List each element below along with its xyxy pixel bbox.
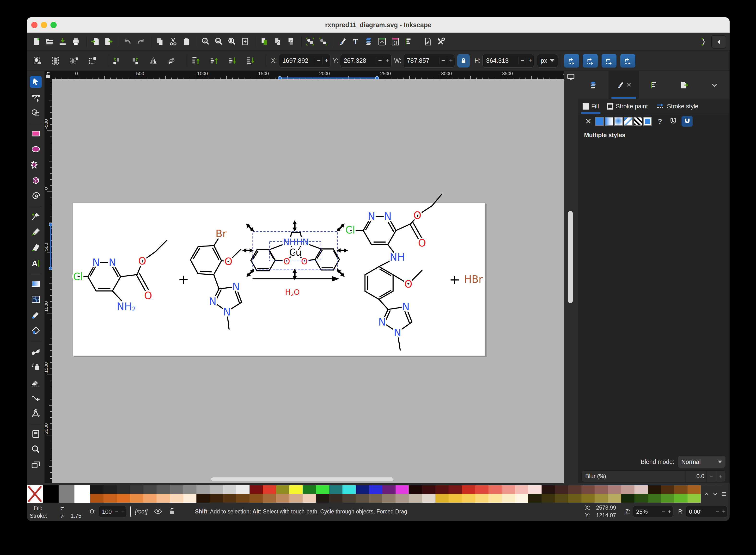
palette-swatch[interactable] xyxy=(674,485,687,494)
palette-swatch[interactable] xyxy=(621,485,634,494)
object-properties-button[interactable]: {} xyxy=(390,36,401,47)
x-spinbox[interactable]: 1697.892−+ xyxy=(279,54,330,68)
align-distribute-button[interactable] xyxy=(403,36,414,47)
paint-no-paint-button[interactable]: ✕ xyxy=(584,117,593,126)
object-opacity-spinbox[interactable]: 100 − + xyxy=(99,506,126,518)
group-objects-button[interactable] xyxy=(305,36,316,47)
palette-swatch[interactable] xyxy=(276,494,290,503)
tool-eraser[interactable] xyxy=(30,376,42,388)
palette-swatch[interactable] xyxy=(634,494,648,503)
value[interactable]: 364.313 xyxy=(483,57,519,65)
dock-tab-layers[interactable] xyxy=(578,71,609,99)
palette-scroll-down-button[interactable] xyxy=(712,491,718,497)
undo-button[interactable] xyxy=(122,36,133,47)
palette-swatch[interactable] xyxy=(409,485,422,494)
palette-swatch[interactable] xyxy=(515,494,528,503)
vertical-ruler[interactable]: -5000500100015002000 xyxy=(45,79,52,483)
vertical-scrollbar[interactable] xyxy=(568,211,573,303)
preferences-button[interactable] xyxy=(435,36,446,47)
minus-button[interactable]: − xyxy=(376,57,384,65)
palette-swatch[interactable] xyxy=(90,494,103,503)
plus-button[interactable]: + xyxy=(526,57,534,65)
blur-slider[interactable]: Blur (%) 0.0 − + xyxy=(582,470,726,482)
tool-windows[interactable] xyxy=(30,459,42,471)
reaction-diagram[interactable]: ClNNOONH2+BrONNNNHHNCuOOClNNOONHONNN+HBr… xyxy=(70,178,550,381)
w-spinbox[interactable]: 787.857−+ xyxy=(403,54,455,68)
title-bar[interactable]: rxnpred11_diagram.svg - Inkscape xyxy=(27,17,729,33)
palette-swatch[interactable] xyxy=(103,494,117,503)
object-opacity-value[interactable]: 100 xyxy=(99,508,114,515)
palette-swatch[interactable] xyxy=(661,494,674,503)
zoom-selection-button[interactable] xyxy=(213,36,224,47)
palette-swatch[interactable] xyxy=(581,494,594,503)
select-all-button[interactable] xyxy=(32,55,44,67)
palette-swatch[interactable] xyxy=(223,494,236,503)
palette-swatch[interactable] xyxy=(43,485,58,503)
scale-gradients-toggle[interactable] xyxy=(602,54,617,68)
palette-swatch[interactable] xyxy=(528,485,541,494)
palette-swatch[interactable] xyxy=(462,494,475,503)
cut-button[interactable] xyxy=(168,36,179,47)
copy-button[interactable] xyxy=(154,36,166,47)
palette-swatch[interactable] xyxy=(594,485,608,494)
duplicate-button[interactable] xyxy=(259,36,270,47)
palette-swatch[interactable] xyxy=(170,485,183,494)
zoom-plus-button[interactable]: + xyxy=(666,508,673,515)
unlink-clone-button[interactable] xyxy=(285,36,296,47)
opacity-plus-button[interactable]: + xyxy=(120,508,126,515)
import-button[interactable] xyxy=(90,36,101,47)
palette-swatch[interactable] xyxy=(343,485,356,494)
close-dialog-icon[interactable]: ✕ xyxy=(626,81,632,89)
value[interactable]: 1697.892 xyxy=(279,57,315,65)
palette-swatch[interactable] xyxy=(157,485,170,494)
paint-unknown-button[interactable]: ? xyxy=(655,117,665,125)
deselect-button[interactable] xyxy=(68,55,80,67)
dock-collapse[interactable] xyxy=(699,71,729,99)
tool-mesh-gradient[interactable] xyxy=(30,293,42,305)
palette-swatch[interactable] xyxy=(290,494,303,503)
palette-swatch[interactable] xyxy=(687,494,701,503)
tool-box-3d[interactable] xyxy=(30,174,42,186)
zoom-page-button[interactable] xyxy=(226,36,237,47)
tool-calligraphy[interactable] xyxy=(30,242,42,254)
tool-spray[interactable] xyxy=(30,360,42,373)
palette-swatch[interactable] xyxy=(58,485,75,503)
palette-swatch[interactable] xyxy=(103,485,117,494)
palette-swatch[interactable] xyxy=(316,494,329,503)
dock-tab-export[interactable] xyxy=(669,71,699,99)
palette-swatch[interactable] xyxy=(581,485,594,494)
palette-swatch[interactable] xyxy=(634,485,648,494)
palette-swatch[interactable] xyxy=(263,485,276,494)
palette-swatch[interactable] xyxy=(183,485,196,494)
tool-star[interactable] xyxy=(30,159,42,171)
raise-button[interactable] xyxy=(208,55,220,67)
palette-swatch[interactable] xyxy=(515,485,528,494)
value[interactable]: 787.857 xyxy=(403,57,439,65)
palette-swatch[interactable] xyxy=(462,485,475,494)
palette-swatch[interactable] xyxy=(541,485,555,494)
scale-stroke-toggle[interactable] xyxy=(564,54,579,68)
minus-button[interactable]: − xyxy=(439,57,447,65)
palette-swatch[interactable] xyxy=(382,485,396,494)
palette-swatch[interactable] xyxy=(196,494,210,503)
tool-spiral[interactable] xyxy=(30,190,42,202)
raise-to-top-button[interactable] xyxy=(190,55,202,67)
tab-fill[interactable]: Fill xyxy=(583,99,599,114)
document-save-button[interactable] xyxy=(57,36,68,47)
xml-editor-button[interactable]: <> xyxy=(376,36,388,47)
lower-button[interactable] xyxy=(226,55,238,67)
palette-swatch[interactable] xyxy=(250,485,263,494)
palette-swatch[interactable] xyxy=(223,485,236,494)
palette-swatch[interactable] xyxy=(157,494,170,503)
minus-button[interactable]: − xyxy=(315,57,322,65)
palette-scroll-up-button[interactable] xyxy=(703,491,710,497)
palette-swatch[interactable] xyxy=(396,494,409,503)
stroke-width-value[interactable]: 1.75 xyxy=(71,513,81,519)
palette-swatch-none[interactable] xyxy=(27,485,43,503)
palette-swatch[interactable] xyxy=(648,485,661,494)
tool-text[interactable]: A xyxy=(30,257,42,269)
layers-dialog-button[interactable] xyxy=(363,36,374,47)
fill-rule-evenodd-button[interactable] xyxy=(681,116,693,127)
tool-measure[interactable] xyxy=(30,408,42,420)
palette-swatch[interactable] xyxy=(356,494,369,503)
